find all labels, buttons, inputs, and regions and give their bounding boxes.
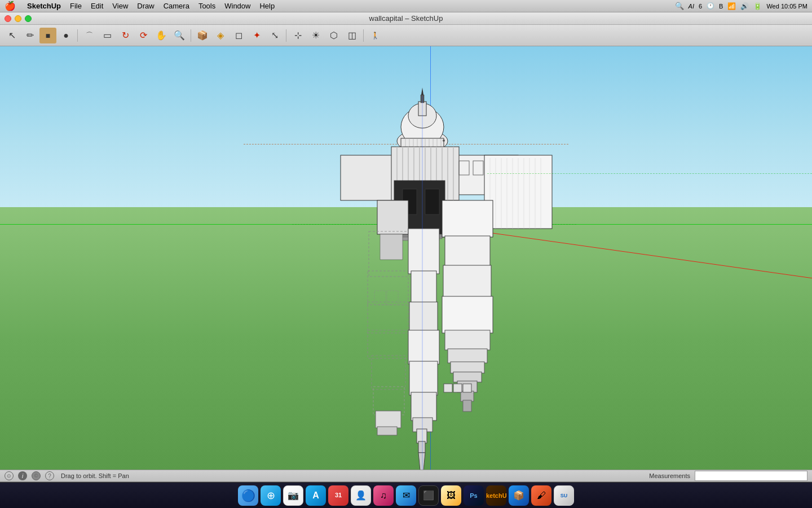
svg-rect-79 bbox=[451, 362, 484, 373]
eraser-tool[interactable]: ◻ bbox=[230, 28, 247, 43]
component-tool[interactable]: 📦 bbox=[194, 28, 211, 43]
spotlight-icon[interactable]: 🔍 bbox=[675, 2, 684, 10]
walk-tool[interactable]: 🚶 bbox=[367, 28, 383, 43]
svg-rect-82 bbox=[461, 391, 474, 401]
title-bar: wallcapital – SketchUp bbox=[0, 12, 812, 25]
arc-tool[interactable]: ⌒ bbox=[81, 28, 98, 43]
svg-rect-77 bbox=[445, 330, 490, 350]
separator-3 bbox=[286, 29, 286, 42]
svg-rect-54 bbox=[368, 271, 408, 305]
time-display: Wed 10:05 PM bbox=[766, 3, 807, 10]
dock-ical[interactable]: 31 bbox=[328, 485, 348, 506]
menu-help[interactable]: Help bbox=[255, 2, 279, 10]
menu-camera[interactable]: Camera bbox=[159, 2, 194, 10]
volume-icon: 🔊 bbox=[740, 2, 749, 10]
number-indicator: 6 bbox=[699, 3, 702, 10]
menu-draw[interactable]: Draw bbox=[133, 2, 158, 10]
menu-edit[interactable]: Edit bbox=[86, 2, 108, 10]
svg-rect-70 bbox=[417, 429, 427, 443]
dock-photobooth[interactable]: ⬛ bbox=[418, 485, 439, 506]
dock-illustrator[interactable]: SketchUp bbox=[486, 485, 506, 506]
copyright-icon: © bbox=[32, 471, 41, 480]
menu-sketchup[interactable]: SketchUp bbox=[23, 2, 65, 10]
window-title: wallcapital – SketchUp bbox=[369, 14, 443, 23]
guide-point bbox=[443, 139, 445, 142]
close-button[interactable] bbox=[5, 15, 11, 22]
pushpull-tool[interactable]: ■ bbox=[39, 28, 56, 43]
dock-sketchup[interactable]: SU bbox=[554, 485, 574, 506]
pan-tool[interactable]: ✋ bbox=[153, 28, 170, 43]
svg-rect-64 bbox=[411, 271, 436, 305]
menu-window[interactable]: Window bbox=[220, 2, 255, 10]
status-icon-circle: ⊙ bbox=[5, 471, 14, 480]
menu-view[interactable]: View bbox=[108, 2, 133, 10]
svg-rect-57 bbox=[372, 356, 405, 389]
minimize-button[interactable] bbox=[15, 15, 21, 22]
measurements-input[interactable] bbox=[695, 471, 807, 481]
scale-tool[interactable]: ⤡ bbox=[266, 28, 283, 43]
dock-photoshop[interactable]: Ps bbox=[464, 485, 484, 506]
svg-marker-72 bbox=[418, 453, 425, 470]
svg-rect-75 bbox=[443, 265, 491, 299]
dock: 🔵 ⊕ 📷 A 31 👤 ♫ ✉ ⬛ 🖼 Ps SketchUp 📦 🖌 SU bbox=[0, 482, 812, 508]
wifi-icon: 📶 bbox=[727, 2, 736, 10]
circle-tool[interactable]: ● bbox=[58, 28, 74, 43]
measurements-label: Measurements bbox=[649, 472, 690, 479]
svg-rect-74 bbox=[445, 236, 490, 267]
svg-rect-48 bbox=[425, 189, 439, 214]
menu-file[interactable]: File bbox=[65, 2, 86, 10]
dock-safari[interactable]: ⊕ bbox=[261, 485, 281, 506]
battery-icon: 🔋 bbox=[753, 2, 762, 10]
dock-photos[interactable]: 📷 bbox=[283, 485, 303, 506]
dock-itunes[interactable]: ♫ bbox=[373, 485, 394, 506]
dock-appstore[interactable]: A bbox=[306, 485, 326, 506]
menu-tools[interactable]: Tools bbox=[194, 2, 220, 10]
lower-building bbox=[368, 200, 493, 470]
svg-rect-85 bbox=[453, 384, 462, 392]
svg-rect-73 bbox=[442, 200, 493, 237]
bluetooth-icon: B bbox=[719, 3, 723, 10]
select-tool[interactable]: ↖ bbox=[3, 28, 20, 43]
apple-menu[interactable]: 🍎 bbox=[5, 1, 16, 11]
dock-preview[interactable]: 🖼 bbox=[441, 485, 461, 506]
svg-rect-65 bbox=[409, 302, 438, 333]
svg-rect-59 bbox=[376, 411, 401, 428]
dock-mail[interactable]: ✉ bbox=[396, 485, 416, 506]
zoom-tool[interactable]: 🔍 bbox=[171, 28, 188, 43]
svg-rect-55 bbox=[368, 302, 408, 333]
svg-rect-51 bbox=[377, 200, 408, 234]
maximize-button[interactable] bbox=[25, 15, 32, 22]
separator-2 bbox=[191, 29, 191, 42]
svg-rect-76 bbox=[442, 296, 493, 333]
pencil-tool[interactable]: ✏ bbox=[21, 28, 38, 43]
svg-rect-67 bbox=[409, 361, 438, 395]
building-model bbox=[284, 68, 566, 470]
axes-tool[interactable]: ⊹ bbox=[289, 28, 306, 43]
section-tool[interactable]: ⬡ bbox=[325, 28, 342, 43]
dock-brushapp[interactable]: 🖌 bbox=[531, 485, 551, 506]
info-icon[interactable]: i bbox=[18, 471, 27, 480]
dock-finder[interactable]: 🔵 bbox=[238, 485, 258, 506]
dock-addressbook[interactable]: 👤 bbox=[351, 485, 371, 506]
separator-1 bbox=[77, 29, 78, 42]
svg-rect-71 bbox=[418, 441, 425, 453]
help-icon[interactable]: ? bbox=[45, 471, 54, 480]
shadow-tool[interactable]: ☀ bbox=[307, 28, 324, 43]
status-bar: ⊙ i © ? Drag to orbit. Shift = Pan Measu… bbox=[0, 470, 812, 482]
svg-rect-80 bbox=[453, 372, 482, 382]
svg-rect-56 bbox=[368, 330, 408, 358]
svg-rect-83 bbox=[463, 400, 471, 411]
dock-dropbox[interactable]: 📦 bbox=[509, 485, 529, 506]
paint-tool[interactable]: ◈ bbox=[212, 28, 229, 43]
rectangle-tool[interactable]: ▭ bbox=[99, 28, 116, 43]
svg-rect-61 bbox=[374, 291, 386, 305]
move-tool[interactable]: ✦ bbox=[248, 28, 265, 43]
dimensions-tool[interactable]: ◫ bbox=[343, 28, 360, 43]
svg-rect-66 bbox=[408, 330, 439, 364]
rotate-tool[interactable]: ↻ bbox=[117, 28, 134, 43]
orbit-tool[interactable]: ⟳ bbox=[135, 28, 152, 43]
ai-label: AI bbox=[689, 3, 694, 10]
3d-viewport[interactable] bbox=[0, 46, 812, 470]
clock-icon: 🕐 bbox=[707, 2, 714, 10]
status-message: Drag to orbit. Shift = Pan bbox=[61, 472, 129, 479]
